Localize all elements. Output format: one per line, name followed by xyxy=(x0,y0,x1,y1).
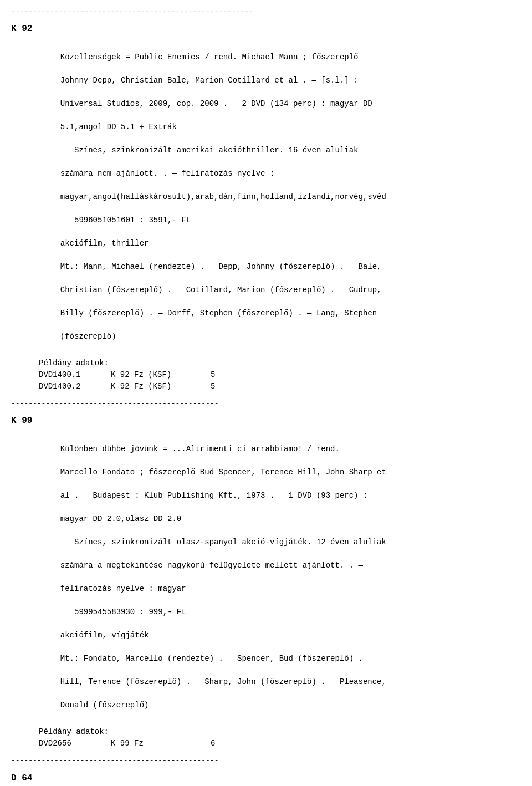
peldany-k92-count2: 5 xyxy=(211,381,215,392)
peldany-k92-dvd1: DVD1400.1 xyxy=(39,369,111,381)
entry-k92-line3: Universal Studios, 2009, cop. 2009 . — 2… xyxy=(47,99,372,108)
entry-k92: Közellenségek = Public Enemies / rend. M… xyxy=(28,40,521,354)
peldany-k99-count1: 6 xyxy=(211,738,215,749)
entry-k92-line8: 5996051051601 : 3591,- Ft xyxy=(47,216,191,224)
entry-k99-line4: magyar DD 2.0,olasz DD 2.0 xyxy=(47,514,182,523)
entry-k99-line1: Különben dühbe jövünk = ...Altrimenti ci… xyxy=(47,445,340,453)
peldany-k99: Példány adatok: DVD2656 K 99 Fz 6 xyxy=(39,726,521,749)
separator-2: ----------------------------------------… xyxy=(11,755,521,766)
entry-k99-line5: Színes, szinkronizált olasz-spanyol akci… xyxy=(47,538,386,547)
peldany-k99-dvd1: DVD2656 xyxy=(39,738,111,749)
entry-k92-line7: magyar,angol(halláskárosult),arab,dán,fi… xyxy=(47,192,386,201)
entry-k92-line12: Billy (főszereplő) . — Dorff, Stephen (f… xyxy=(47,309,377,318)
entry-k99-line10: Mt.: Fondato, Marcello (rendezte) . — Sp… xyxy=(47,654,372,663)
entry-k92-line9: akciófilm, thriller xyxy=(47,239,149,248)
peldany-k92: Példány adatok: DVD1400.1 K 92 Fz (KSF) … xyxy=(39,358,521,392)
entry-k92-line10: Mt.: Mann, Michael (rendezte) . — Depp, … xyxy=(47,262,382,271)
separator-1: ----------------------------------------… xyxy=(11,398,521,409)
entry-k99-line6: számára a megtekintése nagykorú felügyel… xyxy=(47,561,363,570)
entry-k99-line2: Marcello Fondato ; főszereplő Bud Spence… xyxy=(47,468,386,477)
entry-k92-line4: 5.1,angol DD 5.1 + Extrák xyxy=(47,123,177,131)
peldany-k99-row1: DVD2656 K 99 Fz 6 xyxy=(39,738,521,749)
peldany-k92-row2: DVD1400.2 K 92 Fz (KSF) 5 xyxy=(39,381,521,392)
peldany-k92-row1: DVD1400.1 K 92 Fz (KSF) 5 xyxy=(39,369,521,381)
section-id-k99: K 99 xyxy=(11,414,521,427)
entry-k99-line11: Hill, Terence (főszereplő) . — Sharp, Jo… xyxy=(47,677,386,686)
entry-k92-line11: Christian (főszereplő) . — Cotillard, Ma… xyxy=(47,285,382,294)
peldany-k99-title: Példány adatok: xyxy=(39,726,521,738)
top-separator: ----------------------------------------… xyxy=(11,6,521,17)
entry-k99-line8: 5999545583930 : 999,- Ft xyxy=(47,608,186,616)
peldany-k92-count1: 5 xyxy=(211,369,215,381)
peldany-k99-code1: K 99 Fz xyxy=(111,738,211,749)
section-k92: K 92 Közellenségek = Public Enemies / re… xyxy=(11,22,521,392)
section-id-d64: D 64 xyxy=(11,772,521,785)
entry-k92-line2: Johnny Depp, Christian Bale, Marion Coti… xyxy=(47,76,359,85)
entry-k99-line3: al . — Budapest : Klub Publishing Kft., … xyxy=(47,491,368,500)
entry-k92-line1: Közellenségek = Public Enemies / rend. M… xyxy=(47,53,359,62)
peldany-k92-code1: K 92 Fz (KSF) xyxy=(111,369,211,381)
peldany-k92-dvd2: DVD1400.2 xyxy=(39,381,111,392)
entry-k92-line13: (főszereplő) xyxy=(47,332,116,341)
entry-k92-line5: Színes, szinkronizált amerikai akcióthri… xyxy=(47,146,359,155)
entry-k99: Különben dühbe jövünk = ...Altrimenti ci… xyxy=(28,432,521,723)
peldany-k92-title: Példány adatok: xyxy=(39,358,521,369)
entry-k92-line6: számára nem ajánlott. . — feliratozás ny… xyxy=(47,169,275,178)
entry-k99-line12: Donald (főszereplő) xyxy=(47,701,149,710)
section-id-k92: K 92 xyxy=(11,22,521,35)
entry-k99-line9: akciófilm, vígjáték xyxy=(47,631,149,640)
peldany-k92-code2: K 92 Fz (KSF) xyxy=(111,381,211,392)
section-k99: K 99 Különben dühbe jövünk = ...Altrimen… xyxy=(11,414,521,749)
section-d64: D 64 Dick, Philip K. Különvélemény = Min… xyxy=(11,772,521,787)
entry-k99-line7: feliratozás nyelve : magyar xyxy=(47,584,186,593)
